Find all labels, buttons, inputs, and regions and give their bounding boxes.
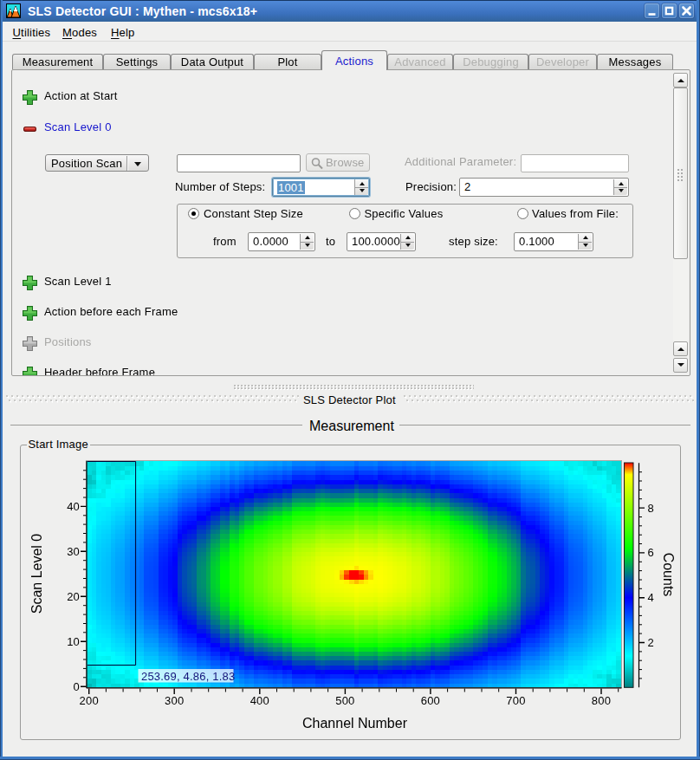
svg-text:6: 6: [648, 546, 654, 559]
svg-text:2: 2: [648, 636, 654, 649]
svg-text:40: 40: [67, 500, 80, 513]
svg-text:4: 4: [648, 591, 654, 604]
svg-text:0: 0: [74, 680, 80, 693]
svg-text:400: 400: [250, 694, 269, 707]
svg-text:500: 500: [335, 694, 354, 707]
svg-text:8: 8: [648, 502, 654, 515]
svg-text:200: 200: [80, 694, 99, 707]
svg-text:800: 800: [592, 694, 611, 707]
svg-text:700: 700: [506, 694, 525, 707]
svg-text:30: 30: [67, 545, 80, 558]
svg-text:600: 600: [421, 694, 440, 707]
svg-text:20: 20: [67, 590, 80, 603]
svg-text:10: 10: [67, 635, 80, 648]
svg-text:300: 300: [165, 694, 184, 707]
svg-text:253.69, 4.86, 1.83: 253.69, 4.86, 1.83: [141, 670, 235, 683]
